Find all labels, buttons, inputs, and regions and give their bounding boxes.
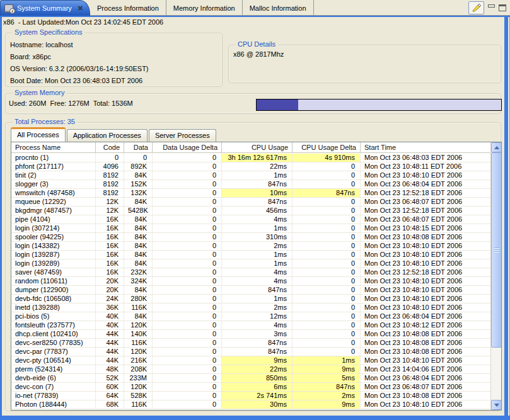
cell-data_delta: 0 [153,295,222,303]
last-updated-status: x86 - Last Updated:Mon Oct 23 14:02:45 E… [3,18,495,27]
cell-name: pci-bios (5) [11,312,96,321]
minimize-icon[interactable] [488,4,495,8]
table-row[interactable]: login (139289)16K84K01ms0Mon Oct 23 10:4… [11,259,490,268]
table-row[interactable]: login (143382)16K84K02ms0Mon Oct 23 10:4… [11,242,490,251]
tab-system-summary-label: System Summary [17,4,72,12]
table-row[interactable]: login (307214)16K84K01ms0Mon Oct 23 10:4… [11,224,490,233]
table-row[interactable]: slogger (3)8192152K0847ns0Mon Oct 23 06:… [11,180,490,189]
table-row[interactable]: Photon (188444)68K116K030ms9msMon Oct 23… [11,400,490,409]
cell-cpu: 1ms [222,251,293,259]
cell-code: 16K [96,259,124,268]
cell-start: Mon Oct 23 10:48:08 EDT 2006 [361,339,490,347]
scroll-up-button[interactable] [491,142,502,152]
column-header-cpu-usage[interactable]: CPU Usage [222,142,293,152]
cell-cpu: 2ms [222,242,293,250]
table-row[interactable]: spooler (94225)16K84K0310ms0Mon Oct 23 1… [11,233,490,242]
table-row[interactable]: tinit (2)819284K01ms0Mon Oct 23 10:48:10… [11,171,490,180]
cell-cpu_delta: 9ms [293,400,361,409]
cell-code: 64K [96,392,124,400]
vertical-scrollbar[interactable] [490,142,501,410]
cell-name: dhcp.client (102410) [11,330,96,338]
table-row[interactable]: pipe (4104)16K84K04ms0Mon Oct 23 06:48:0… [11,215,490,224]
cell-cpu: 456ms [222,207,293,215]
cell-data_delta: 0 [153,259,222,268]
cell-code: 40K [96,312,124,321]
table-row[interactable]: pci-bios (5)40K84K012ms0Mon Oct 23 06:48… [11,312,490,321]
cell-data_delta: 0 [153,162,222,171]
table-row[interactable]: devc-pty (106514)44K216K09ms1msMon Oct 2… [11,356,490,365]
column-header-data-usage-delta[interactable]: Data Usage Delta [153,142,222,152]
view-tab-bar: i System Summary ✕ Process Information M… [0,0,510,16]
column-header-data[interactable]: Data [124,142,153,152]
table-row[interactable]: bkgdmgr (487457)12K5428K0456ms0Mon Oct 2… [11,207,490,215]
cell-data: 84K [124,171,153,179]
process-table: Process Name Code Data Data Usage Delta … [11,142,502,411]
table-row[interactable]: dumper (122900)20K84K0847ns0Mon Oct 23 1… [11,286,490,295]
cell-data: 84K [124,259,153,268]
cell-data: 84K [124,233,153,241]
cell-name: dumper (122900) [11,286,96,294]
cell-cpu: 1ms [222,259,293,268]
tab-process-information[interactable]: Process Information [90,0,166,16]
cell-data: 208K [124,365,153,373]
cell-data_delta: 0 [153,339,222,347]
cell-name: mqueue (12292) [11,198,96,206]
cell-data: 5428K [124,207,153,215]
cell-cpu: 1ms [222,224,293,232]
cell-data_delta: 0 [153,286,222,294]
cell-cpu: 847ns [222,198,293,206]
table-row[interactable]: login (139287)16K84K01ms0Mon Oct 23 10:4… [11,251,490,259]
cell-name: spooler (94225) [11,233,96,241]
cell-start: Mon Oct 23 14:04:06 EDT 2006 [361,365,490,373]
column-header-start-time[interactable]: Start Time [361,142,490,152]
cell-start: Mon Oct 23 10:48:08 EDT 2006 [361,392,490,400]
close-icon[interactable]: ✕ [78,4,83,13]
column-header-process-name[interactable]: Process Name [11,142,96,152]
scroll-down-button[interactable] [491,400,502,410]
tab-application-processes[interactable]: Application Processes [67,129,148,142]
table-row[interactable]: inetd (139288)36K116K02ms0Mon Oct 23 10:… [11,304,490,312]
cell-start: Mon Oct 23 10:48:08 EDT 2006 [361,330,490,338]
cell-cpu: 847ns [222,180,293,188]
highlighter-button[interactable] [468,1,484,14]
table-row[interactable]: pterm (524314)48K208K022ms9msMon Oct 23 … [11,365,490,374]
table-row[interactable]: devb-eide (6)52K233M0850ms5msMon Oct 23 … [11,374,490,383]
cell-name: pipe (4104) [11,215,96,224]
tab-server-processes[interactable]: Server Processes [149,129,216,142]
tab-memory-information[interactable]: Memory Information [166,0,243,16]
chevron-up-icon [494,146,499,149]
table-row[interactable]: dhcp.client (102410)44K140K03ms0Mon Oct … [11,330,490,339]
cell-cpu_delta: 0 [293,207,361,215]
cell-code: 16K [96,242,124,250]
cpu-value: x86 @ 2817Mhz [233,50,284,58]
table-row[interactable]: saver (487459)16K232K04ms0Mon Oct 23 12:… [11,268,490,277]
table-row[interactable]: wmswitch (487458)8192132K010ms847nsMon O… [11,189,490,198]
table-row[interactable]: devc-ser8250 (77835)44K116K0847ns0Mon Oc… [11,339,490,348]
table-row[interactable]: devb-fdc (106508)24K280K01ms0Mon Oct 23 … [11,295,490,304]
cell-start: Mon Oct 23 10:48:08 EDT 2006 [361,348,490,356]
maximize-icon[interactable] [499,4,506,11]
tab-all-processes[interactable]: All Processes [11,127,66,142]
cell-cpu: 4ms [222,268,293,276]
table-row[interactable]: devc-con (7)60K120K06ms847nsMon Oct 23 0… [11,383,490,392]
cell-cpu: 2ms [222,304,293,312]
table-row[interactable]: random (110611)20K324K04ms0Mon Oct 23 10… [11,277,490,286]
cell-start: Mon Oct 23 12:52:18 EDT 2006 [361,268,490,276]
column-header-code[interactable]: Code [96,142,124,152]
scrollbar-thumb[interactable] [491,152,502,348]
table-row[interactable]: mqueue (12292)12K84K0847ns0Mon Oct 23 06… [11,198,490,207]
cell-data_delta: 0 [153,154,222,162]
tab-system-summary[interactable]: i System Summary ✕ [0,0,90,16]
table-row[interactable]: procnto (1)0003h 16m 12s 617ms4s 910msMo… [11,154,490,162]
table-row[interactable]: phfont (217117)4096892K022ms0Mon Oct 23 … [11,162,490,171]
cell-name: procnto (1) [11,154,96,162]
cell-code: 0 [96,154,124,162]
table-row[interactable]: devc-par (77837)44K120K0847ns0Mon Oct 23… [11,348,490,356]
column-header-cpu-usage-delta[interactable]: CPU Usage Delta [293,142,361,152]
cell-start: Mon Oct 23 10:48:10 EDT 2006 [361,242,490,250]
table-row[interactable]: fontsleuth (237577)40K120K04ms0Mon Oct 2… [11,321,490,330]
scrollbar-grip-icon [494,247,499,253]
tab-malloc-information[interactable]: Malloc Information [243,0,314,16]
table-row[interactable]: io-net (77839)64K528K02s 741ms2msMon Oct… [11,392,490,400]
cell-start: Mon Oct 23 06:48:07 EDT 2006 [361,383,490,391]
